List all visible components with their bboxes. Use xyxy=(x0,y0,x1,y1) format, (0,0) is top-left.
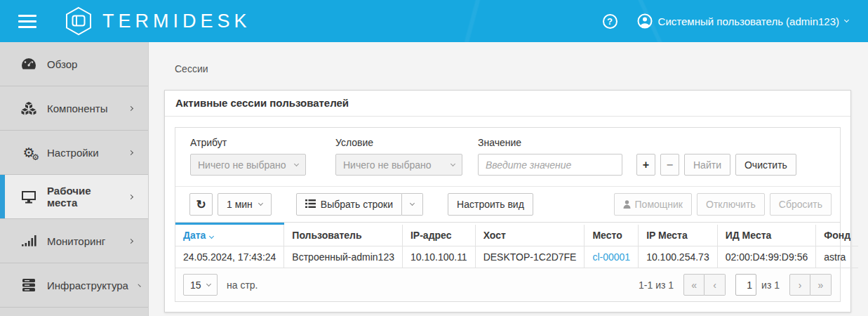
column-header-place-id[interactable]: ИД Места xyxy=(717,224,816,246)
sidebar-item-monitoring[interactable]: Мониторинг xyxy=(0,219,148,263)
page-count-label: из 1 xyxy=(761,279,780,291)
user-name-label: Системный пользователь (admin123) xyxy=(658,15,839,27)
attribute-select-value: Ничего не выбрано xyxy=(198,159,286,171)
select-rows-button[interactable]: Выбрать строки xyxy=(296,193,402,216)
sidebar-item-label: Компоненты xyxy=(47,103,119,114)
column-header-place-ip[interactable]: IP Места xyxy=(639,224,718,246)
help-icon[interactable]: ? xyxy=(603,14,617,29)
select-rows-label: Выбрать строки xyxy=(321,199,393,210)
user-avatar-icon xyxy=(637,13,653,29)
condition-label: Условие xyxy=(335,137,462,148)
sidebar-item-label: Настройки xyxy=(47,147,119,159)
attribute-label: Атрибут xyxy=(190,137,306,148)
main-content: Сессии Активные сессии пользователей Атр… xyxy=(149,42,868,316)
column-header-place[interactable]: Место xyxy=(585,224,639,246)
clear-button[interactable]: Очистить xyxy=(735,154,796,176)
page-title: Активные сессии пользователей xyxy=(175,97,349,109)
filter-bar: Атрибут Ничего не выбрано Условие Ничего… xyxy=(175,128,840,187)
chevron-down-icon xyxy=(294,161,299,166)
settings-icon: ⚙⚙ xyxy=(21,146,36,159)
cell-pool: astra xyxy=(816,246,858,268)
condition-select-value: Ничего не выбрано xyxy=(343,159,432,171)
page-size-dropdown[interactable]: 15 xyxy=(183,274,218,296)
dashboard-icon xyxy=(21,58,36,70)
assistant-label: Помощник xyxy=(635,199,683,210)
user-menu[interactable]: Системный пользователь (admin123) xyxy=(637,13,848,29)
top-bar: TERMIDESK ? Системный пользователь (admi… xyxy=(0,0,868,42)
infrastructure-icon xyxy=(21,278,36,292)
table-row[interactable]: 24.05.2024, 17:43:24 Встроенный-admin123… xyxy=(175,246,858,268)
value-label: Значение xyxy=(478,137,622,148)
cell-place-id: 02:00:D4:99:D9:56 xyxy=(717,246,816,268)
monitoring-icon xyxy=(21,235,36,247)
chevron-down-icon xyxy=(258,201,263,206)
chevron-right-icon xyxy=(128,238,133,243)
chevron-down-icon xyxy=(206,281,211,286)
cell-host: DESKTOP-1C2D7FE xyxy=(475,246,585,268)
prev-page-button[interactable]: ‹ xyxy=(705,274,726,296)
list-icon xyxy=(305,199,316,210)
interval-label: 1 мин xyxy=(227,199,253,210)
cell-place: cl-00001 xyxy=(585,246,639,268)
cell-date: 24.05.2024, 17:43:24 xyxy=(175,246,284,268)
next-page-button[interactable]: › xyxy=(789,274,810,296)
cell-user: Встроенный-admin123 xyxy=(284,246,403,268)
chevron-down-icon xyxy=(410,201,415,206)
chevron-down-icon xyxy=(450,161,455,166)
sidebar-item-label: Мониторинг xyxy=(47,235,119,247)
column-label: Дата xyxy=(183,230,206,241)
sessions-panel: Активные сессии пользователей Атрибут Ни… xyxy=(164,90,851,312)
attribute-select[interactable]: Ничего не выбрано xyxy=(190,154,306,176)
components-icon xyxy=(21,101,36,115)
sidebar-item-workplaces[interactable]: Рабочие места xyxy=(0,175,148,219)
first-page-button[interactable]: « xyxy=(683,274,705,296)
panel-header: Активные сессии пользователей xyxy=(165,91,850,117)
select-rows-dropdown-toggle[interactable] xyxy=(402,193,423,216)
configure-view-button[interactable]: Настроить вид xyxy=(448,193,533,216)
column-header-ip[interactable]: IP-адрес xyxy=(402,224,475,246)
place-link[interactable]: cl-00001 xyxy=(592,251,630,263)
sidebar-item-overview[interactable]: Обзор xyxy=(0,42,148,86)
sidebar-item-settings[interactable]: ⚙⚙ Настройки xyxy=(0,131,148,175)
reset-button[interactable]: Сбросить xyxy=(770,193,832,216)
disconnect-button[interactable]: Отключить xyxy=(697,193,765,216)
chevron-down-icon xyxy=(844,18,849,22)
workplaces-icon xyxy=(21,190,36,204)
brand-wordmark: TERMIDESK xyxy=(102,11,251,32)
refresh-button[interactable]: ↻ xyxy=(189,193,213,216)
sidebar-item-label: Рабочие места xyxy=(47,185,119,209)
sessions-card: Атрибут Ничего не выбрано Условие Ничего… xyxy=(175,127,841,302)
menu-toggle-icon[interactable] xyxy=(18,11,36,32)
brand-logo: TERMIDESK xyxy=(65,6,251,36)
add-filter-button[interactable]: + xyxy=(636,154,655,176)
last-page-button[interactable]: » xyxy=(810,274,832,296)
column-header-pool[interactable]: Фонд xyxy=(816,224,858,246)
sort-desc-icon xyxy=(209,234,214,239)
chevron-right-icon xyxy=(128,150,133,154)
assistant-button[interactable]: Помощник xyxy=(614,193,692,216)
column-header-user[interactable]: Пользователь xyxy=(284,224,403,246)
condition-select[interactable]: Ничего не выбрано xyxy=(335,154,462,176)
chevron-right-icon xyxy=(128,194,133,199)
chevron-right-icon xyxy=(128,105,133,110)
table-toolbar: ↻ 1 мин Выбрать строки xyxy=(175,187,840,223)
cell-ip: 10.10.100.11 xyxy=(402,246,475,268)
sessions-table: Дата Пользователь IP-адрес Хост Место IP… xyxy=(175,223,858,268)
hexagon-logo-icon xyxy=(65,6,93,36)
range-label: 1-1 из 1 xyxy=(639,279,674,291)
sidebar-item-components[interactable]: Компоненты xyxy=(0,86,148,131)
column-header-date[interactable]: Дата xyxy=(175,224,284,246)
interval-dropdown[interactable]: 1 мин xyxy=(218,193,272,216)
sidebar: Обзор Компоненты ⚙⚙ Настройки Рабочие ме… xyxy=(0,42,149,316)
remove-filter-button[interactable]: − xyxy=(660,154,679,176)
table-header-row: Дата Пользователь IP-адрес Хост Место IP… xyxy=(175,224,858,246)
column-header-host[interactable]: Хост xyxy=(475,224,585,246)
value-input[interactable] xyxy=(478,154,622,176)
cell-place-ip: 10.100.254.73 xyxy=(639,246,718,268)
search-button[interactable]: Найти xyxy=(684,154,730,176)
sidebar-item-infrastructure[interactable]: Инфраструктура xyxy=(0,263,148,308)
per-page-label: на стр. xyxy=(227,279,258,291)
page-number-input[interactable] xyxy=(735,274,756,296)
refresh-icon: ↻ xyxy=(196,197,206,212)
page-size-value: 15 xyxy=(190,279,201,291)
